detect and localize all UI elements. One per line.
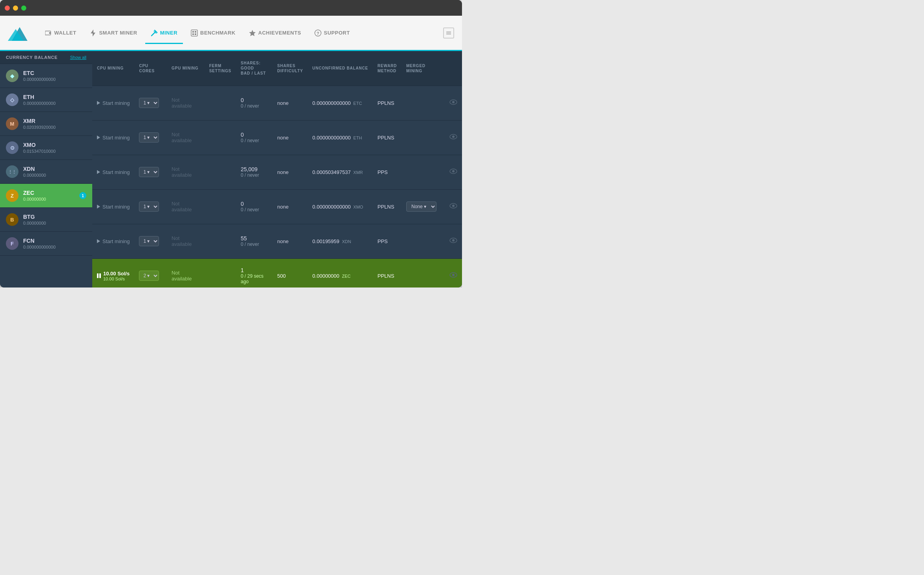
col-cpu-cores: CPU CORES [134, 51, 167, 86]
merged-cell-eth [402, 120, 445, 155]
cpu-mining-cell-xdn: Start mining [92, 224, 134, 258]
eth-currency-name: ETH [23, 94, 86, 100]
actions-cell-xdn [445, 224, 462, 258]
shares-cell-xmo: 0 0 / never [236, 189, 272, 224]
gpu-not-available: Not available [172, 166, 192, 178]
nav-item-wallet[interactable]: WALLET [39, 26, 82, 40]
balance-cell-xdn: 0.00195959 XDN [308, 224, 373, 258]
shares-bad-last: 0 / never [241, 172, 268, 178]
sidebar-item-ZEC[interactable]: Z ZEC 0.00000000 1 [0, 184, 92, 208]
visibility-toggle-icon[interactable] [449, 168, 457, 175]
xmo-currency-name: XMO [23, 142, 86, 148]
mining-table: CPU MINING CPU CORES GPU MINING FERMSETT… [92, 51, 462, 288]
table-row-zec: 10.00 Sol/s 10.00 Sol/s 1 ▾ 2 ▾ 3 ▾ 4 ▾ … [92, 258, 462, 288]
difficulty-cell-etc: none [272, 86, 308, 120]
balance-cell-xmr: 0.000503497537 XMR [308, 155, 373, 189]
shares-bad-last: 0 / never [241, 103, 268, 109]
fcn-currency-name: FCN [23, 238, 86, 244]
shares-bad-last: 0 / never [241, 207, 268, 212]
col-actions [445, 51, 462, 86]
svg-marker-13 [249, 30, 256, 36]
cores-select-etc[interactable]: 1 ▾ 2 ▾ 3 ▾ 4 ▾ [139, 98, 159, 108]
shares-good: 55 [241, 235, 268, 242]
xmo-currency-info: XMO 0.015347010000 [23, 142, 86, 154]
sidebar-item-ETH[interactable]: ◇ ETH 0.000000000000 [0, 88, 92, 112]
start-mining-btn[interactable]: Start mining [97, 204, 130, 210]
etc-currency-name: ETC [23, 70, 86, 76]
close-button[interactable] [5, 5, 10, 11]
visibility-toggle-icon[interactable] [449, 99, 457, 106]
pause-icon [97, 273, 101, 278]
sidebar-item-ETC[interactable]: ◆ ETC 0.000000000000 [0, 64, 92, 88]
merged-select-xmo[interactable]: None ▾ FCN [406, 201, 436, 212]
sidebar-item-XMR[interactable]: M XMR 0.020393920000 [0, 112, 92, 136]
nav-item-miner[interactable]: MINER [145, 26, 183, 40]
balance-value: 0.000000000000 [312, 100, 351, 106]
play-icon [97, 239, 100, 243]
gpu-not-available: Not available [172, 235, 192, 247]
reward-method-value: PPLNS [378, 100, 394, 106]
collapse-button[interactable] [443, 27, 454, 38]
xmr-currency-balance: 0.020393920000 [23, 125, 86, 130]
sidebar-item-FCN[interactable]: F FCN 0.000000000000 [0, 232, 92, 256]
cores-select-zec[interactable]: 1 ▾ 2 ▾ 3 ▾ 4 ▾ [139, 271, 159, 281]
nav-miner-label: MINER [160, 30, 177, 36]
start-mining-btn[interactable]: Start mining [97, 100, 130, 106]
merged-cell-xmo: None ▾ FCN [402, 189, 445, 224]
cpu-cores-cell-eth: 1 ▾ 2 ▾ 3 ▾ 4 ▾ [134, 120, 167, 155]
shares-good: 0 [241, 132, 268, 138]
mining-speed: 10.00 Sol/s [103, 271, 130, 277]
zec-badge: 1 [79, 192, 86, 199]
xmr-currency-info: XMR 0.020393920000 [23, 118, 86, 130]
visibility-toggle-icon[interactable] [449, 134, 457, 141]
play-icon [97, 136, 100, 139]
titlebar [0, 0, 462, 16]
ferm-cell-zec [205, 258, 236, 288]
visibility-toggle-icon[interactable] [449, 203, 457, 210]
start-mining-btn[interactable]: Start mining [97, 135, 130, 141]
fullscreen-button[interactable] [21, 5, 26, 11]
start-mining-btn[interactable]: Start mining [97, 169, 130, 175]
svg-point-20 [452, 101, 455, 103]
pause-mining-btn[interactable]: 10.00 Sol/s 10.00 Sol/s [97, 271, 130, 281]
shares-good: 0 [241, 97, 268, 103]
sidebar-item-XDN[interactable]: ⋮⋮ XDN 0.00000000 [0, 160, 92, 184]
visibility-toggle-icon[interactable] [449, 272, 457, 279]
nav-item-achievements[interactable]: ACHIEVEMENTS [243, 26, 307, 40]
nav-item-smart-miner[interactable]: SMART MINER [84, 26, 142, 40]
play-icon [97, 170, 100, 174]
navbar: WALLET SMART MINER [0, 16, 462, 51]
start-label: Start mining [102, 169, 130, 175]
cores-select-xdn[interactable]: 1 ▾ 2 ▾ 3 ▾ 4 ▾ [139, 236, 159, 246]
gpu-mining-cell-eth: Not available [167, 120, 205, 155]
svg-rect-12 [195, 33, 196, 35]
start-mining-btn[interactable]: Start mining [97, 238, 130, 244]
gpu-mining-cell-zec: Not available [167, 258, 205, 288]
sidebar-item-BTG[interactable]: B BTG 0.00000000 [0, 208, 92, 232]
sidebar-item-XMO[interactable]: ⊙ XMO 0.015347010000 [0, 136, 92, 160]
actions-cell-zec [445, 258, 462, 288]
show-all-link[interactable]: Show all [70, 55, 86, 60]
fcn-currency-info: FCN 0.000000000000 [23, 238, 86, 249]
play-icon [97, 205, 100, 209]
app-window: WALLET SMART MINER [0, 0, 462, 288]
cores-select-xmo[interactable]: 1 ▾ 2 ▾ 3 ▾ 4 ▾ [139, 201, 159, 212]
xdn-currency-name: XDN [23, 166, 86, 172]
play-icon [97, 101, 100, 105]
question-icon: ? [314, 29, 321, 37]
sidebar-title: CURRENCY BALANCE [6, 55, 58, 60]
merged-cell-xdn [402, 224, 445, 258]
pickaxe-icon [151, 29, 158, 37]
nav-item-benchmark[interactable]: BENCHMARK [185, 26, 241, 40]
nav-item-support[interactable]: ? SUPPORT [309, 26, 355, 40]
cores-select-xmr[interactable]: 1 ▾ 2 ▾ 3 ▾ 4 ▾ [139, 167, 159, 177]
cores-select-eth[interactable]: 1 ▾ 2 ▾ 3 ▾ 4 ▾ [139, 132, 159, 143]
minimize-button[interactable] [13, 5, 18, 11]
actions-cell-xmo [445, 189, 462, 224]
gpu-mining-cell-xmr: Not available [167, 155, 205, 189]
shares-cell-xdn: 55 0 / never [236, 224, 272, 258]
balance-cell-etc: 0.000000000000 ETC [308, 86, 373, 120]
col-gpu-mining: GPU MINING [167, 51, 205, 86]
ferm-cell-xmo [205, 189, 236, 224]
visibility-toggle-icon[interactable] [449, 238, 457, 244]
